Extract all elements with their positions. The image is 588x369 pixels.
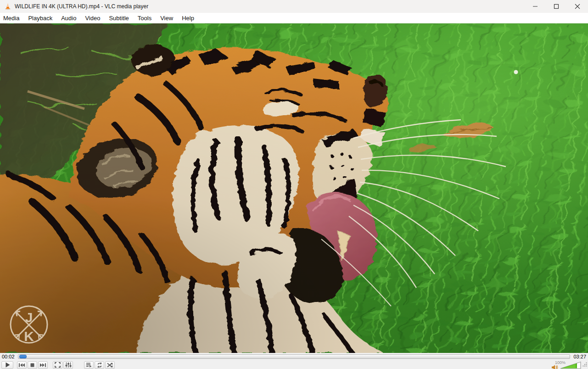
close-icon — [575, 4, 580, 9]
vlc-cone-icon — [4, 3, 11, 10]
seek-slider[interactable] — [18, 354, 571, 359]
volume-speaker-icon — [551, 364, 558, 369]
menu-subtitle[interactable]: Subtitle — [109, 15, 129, 22]
window-title: WILDLIFE IN 4K (ULTRA HD).mp4 - VLC medi… — [15, 3, 148, 10]
equalizer-icon — [65, 362, 72, 368]
menu-bar: Media Playback Audio Video Subtitle Tool… — [0, 13, 588, 23]
menu-playback[interactable]: Playback — [28, 15, 52, 22]
total-time: 03:27 — [573, 353, 586, 360]
menu-audio[interactable]: Audio — [61, 15, 76, 22]
player-controls: 00:02 03:27 — [0, 353, 588, 369]
fullscreen-icon — [55, 362, 61, 368]
button-row: 100% — [0, 360, 588, 369]
maximize-button[interactable] — [546, 0, 567, 13]
menu-help[interactable]: Help — [182, 15, 194, 22]
fullscreen-button[interactable] — [53, 361, 62, 369]
skip-next-icon — [39, 363, 46, 368]
extended-settings-button[interactable] — [63, 361, 73, 369]
watermark-letter-bottom: K — [24, 329, 34, 344]
play-icon — [5, 362, 10, 368]
stop-icon — [30, 363, 34, 367]
loop-icon — [96, 363, 103, 368]
minimize-button[interactable] — [525, 0, 546, 13]
resize-grip-icon[interactable] — [582, 360, 587, 369]
elapsed-time: 00:02 — [2, 353, 15, 360]
shuffle-icon — [107, 363, 113, 368]
next-button[interactable] — [38, 361, 48, 369]
volume-cluster: 100% — [551, 361, 582, 369]
titlebar: WILDLIFE IN 4K (ULTRA HD).mp4 - VLC medi… — [0, 0, 588, 13]
skip-previous-icon — [18, 363, 25, 368]
playlist-button[interactable] — [84, 361, 94, 369]
stop-button[interactable] — [28, 361, 37, 369]
volume-percent-label: 100% — [555, 360, 566, 365]
minimize-icon — [532, 4, 538, 9]
playlist-icon — [86, 363, 92, 368]
seek-row: 00:02 03:27 — [0, 353, 588, 360]
video-surface[interactable]: J K — [0, 23, 588, 353]
menu-media[interactable]: Media — [3, 15, 19, 22]
menu-tools[interactable]: Tools — [138, 15, 151, 22]
menu-view[interactable]: View — [160, 15, 173, 22]
close-button[interactable] — [567, 0, 588, 13]
seek-handle[interactable] — [19, 355, 27, 358]
menu-video[interactable]: Video — [85, 15, 100, 22]
previous-button[interactable] — [17, 361, 27, 369]
play-button[interactable] — [1, 361, 13, 369]
random-button[interactable] — [105, 361, 115, 369]
maximize-icon — [554, 4, 559, 9]
watermark-letter-top: J — [25, 310, 33, 325]
loop-button[interactable] — [95, 361, 104, 369]
video-frame-tiger: J K — [0, 23, 588, 353]
window-controls — [525, 0, 588, 13]
